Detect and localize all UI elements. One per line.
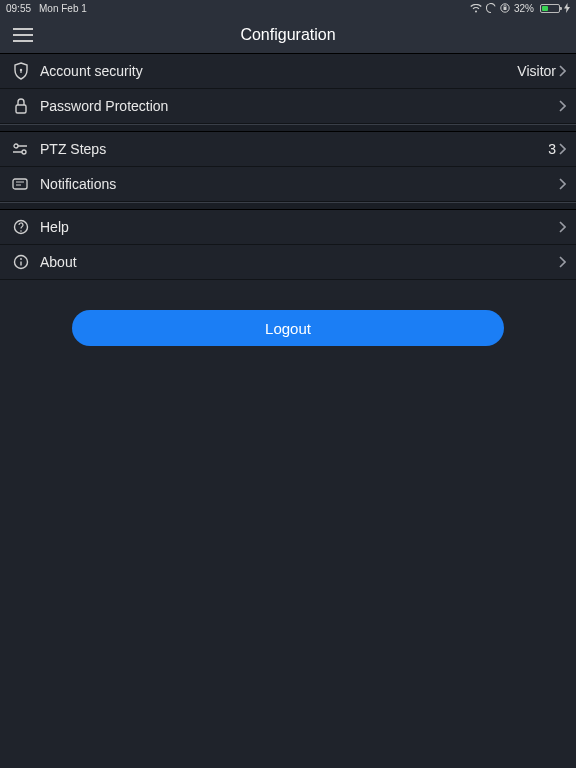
row-value: Visitor	[517, 63, 556, 79]
svg-point-5	[22, 150, 26, 154]
section-divider	[0, 202, 576, 210]
sync-icon	[486, 3, 496, 13]
logout-button[interactable]: Logout	[72, 310, 504, 346]
row-help[interactable]: Help	[0, 210, 576, 245]
battery-percent: 32%	[514, 3, 534, 14]
status-date: Mon Feb 1	[39, 3, 87, 14]
svg-rect-6	[13, 179, 27, 189]
svg-point-4	[14, 144, 18, 148]
row-account-security[interactable]: Account security Visitor	[0, 54, 576, 89]
svg-point-8	[20, 230, 22, 232]
menu-button[interactable]	[8, 20, 38, 50]
settings-list: Account security Visitor Password Protec…	[0, 54, 576, 280]
orientation-lock-icon	[500, 3, 510, 13]
info-icon	[10, 254, 32, 270]
section-divider	[0, 124, 576, 132]
svg-rect-1	[503, 7, 506, 10]
status-bar: 09:55 Mon Feb 1 32%	[0, 0, 576, 16]
chevron-right-icon	[558, 256, 566, 268]
row-label: About	[40, 254, 558, 270]
chevron-right-icon	[558, 221, 566, 233]
notification-icon	[10, 177, 32, 191]
chevron-right-icon	[558, 100, 566, 112]
ptz-icon	[10, 142, 32, 156]
wifi-icon	[470, 4, 482, 13]
row-notifications[interactable]: Notifications	[0, 167, 576, 202]
status-time: 09:55	[6, 3, 31, 14]
row-label: Notifications	[40, 176, 558, 192]
chevron-right-icon	[558, 143, 566, 155]
page-title: Configuration	[0, 26, 576, 44]
svg-point-10	[20, 258, 22, 260]
row-label: PTZ Steps	[40, 141, 548, 157]
nav-bar: Configuration	[0, 16, 576, 54]
row-label: Password Protection	[40, 98, 558, 114]
chevron-right-icon	[558, 65, 566, 77]
svg-rect-3	[16, 105, 26, 113]
hamburger-icon	[13, 28, 33, 42]
row-value: 3	[548, 141, 556, 157]
shield-icon	[10, 62, 32, 80]
svg-point-2	[20, 69, 22, 71]
battery-icon	[538, 4, 560, 13]
chevron-right-icon	[558, 178, 566, 190]
row-label: Account security	[40, 63, 517, 79]
row-ptz-steps[interactable]: PTZ Steps 3	[0, 132, 576, 167]
help-icon	[10, 219, 32, 235]
row-label: Help	[40, 219, 558, 235]
charging-icon	[564, 3, 570, 13]
row-about[interactable]: About	[0, 245, 576, 280]
row-password-protection[interactable]: Password Protection	[0, 89, 576, 124]
lock-icon	[10, 97, 32, 115]
